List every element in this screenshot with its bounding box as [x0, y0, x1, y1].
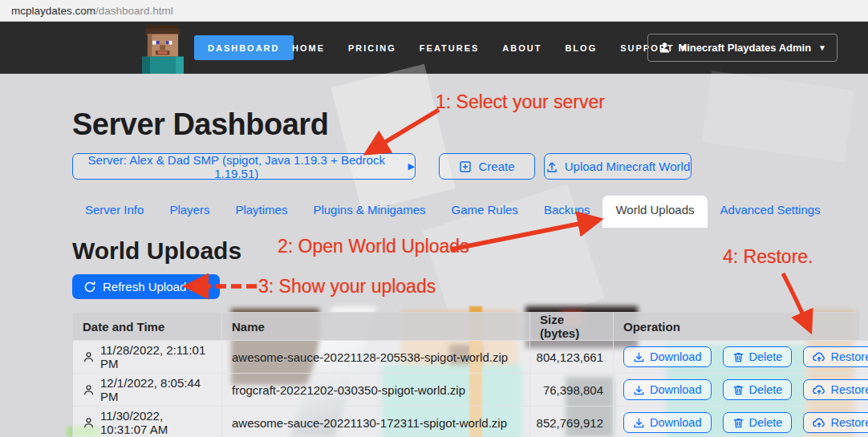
main-navbar: DASHBOARD HOME PRICING FEATURES ABOUT BL… [0, 22, 868, 74]
browser-url-bar[interactable]: mcplaydates.com/dashboard.html [0, 0, 868, 22]
cell-datetime: 12/1/2022, 8:05:44 PM [73, 374, 222, 407]
download-button-label: Download [650, 383, 702, 396]
page-title: Server Dashboard [72, 107, 328, 142]
server-select-label: Server: Alex & Dad SMP (spigot, Java 1.1… [73, 153, 400, 180]
col-header-name: Name [222, 313, 530, 341]
restore-button-label: Restore [830, 383, 868, 396]
annotation-step3: 3: Show your uploads [258, 276, 436, 297]
delete-button[interactable]: Delete [723, 412, 793, 433]
restore-button[interactable]: Restore [803, 412, 868, 433]
cloud-upload-icon [813, 350, 825, 363]
refresh-upload-list-button[interactable]: Refresh Upload List [72, 274, 220, 299]
trash-icon [732, 351, 744, 363]
annotation-step1: 1: Select your server [436, 91, 605, 113]
person-icon [83, 351, 95, 363]
cell-name: awesome-sauce-20221130-172311-spigot-wor… [222, 407, 530, 437]
nav-link-pricing[interactable]: PRICING [348, 43, 396, 53]
nav-link-about[interactable]: ABOUT [502, 43, 541, 53]
cell-size: 76,398,804 [530, 374, 614, 407]
tab-players[interactable]: Players [156, 196, 222, 226]
annotation-step4: 4: Restore. [723, 246, 813, 268]
upload-icon [546, 160, 558, 173]
cloud-upload-icon [813, 383, 825, 396]
col-header-size: Size (bytes) [530, 313, 614, 341]
arrow-step1 [371, 110, 439, 151]
tab-playtimes[interactable]: Playtimes [222, 196, 300, 226]
upload-datetime: 11/30/2022, 10:31:07 AM [100, 409, 212, 436]
delete-button-label: Delete [749, 383, 783, 396]
nav-link-features[interactable]: FEATURES [420, 43, 479, 53]
tab-advanced-settings[interactable]: Advanced Settings [708, 196, 834, 226]
delete-button-label: Delete [749, 416, 783, 429]
download-icon [633, 417, 645, 429]
table-row: 11/30/2022, 10:31:07 AM awesome-sauce-20… [73, 407, 859, 437]
cell-name: frogcraft-20221202-030350-spigot-world.z… [222, 374, 530, 407]
download-button[interactable]: Download [623, 379, 712, 400]
cell-size: 852,769,912 [530, 407, 614, 437]
url-path: /dashboard.html [95, 5, 173, 17]
nav-link-home[interactable]: HOME [292, 43, 325, 53]
url-domain: mcplaydates.com [11, 5, 95, 17]
person-icon [83, 384, 95, 396]
uploads-table: Date and Time Name Size (bytes) Operatio… [72, 312, 860, 437]
cell-operations: Download Delete Restore [614, 341, 868, 374]
server-select-button[interactable]: Server: Alex & Dad SMP (spigot, Java 1.1… [72, 153, 416, 180]
upload-datetime: 12/1/2022, 8:05:44 PM [100, 376, 212, 403]
tab-backups[interactable]: Backups [531, 196, 603, 226]
cloud-upload-icon [813, 416, 825, 429]
refresh-icon [83, 281, 96, 293]
chevron-down-icon: ▼ [818, 43, 826, 52]
download-button-label: Download [650, 416, 702, 429]
download-icon [633, 351, 645, 363]
upload-button-label: Upload Minecraft World [565, 160, 690, 173]
table-row: 11/28/2022, 2:11:01 PM awesome-sauce-202… [73, 341, 859, 374]
tab-server-info[interactable]: Server Info [72, 196, 156, 226]
upload-datetime: 11/28/2022, 2:11:01 PM [100, 343, 212, 370]
background-shape [331, 64, 455, 212]
page: mcplaydates.com/dashboard.html DASHBOARD… [0, 0, 868, 437]
tab-plugins-minigames[interactable]: Plugins & Minigames [300, 196, 438, 226]
cell-size: 804,123,661 [530, 341, 614, 374]
restore-button[interactable]: Restore [803, 346, 868, 367]
create-server-button[interactable]: Create [439, 153, 535, 180]
restore-button-label: Restore [830, 416, 868, 429]
upload-world-button[interactable]: Upload Minecraft World [544, 153, 692, 180]
background-shape [702, 71, 855, 162]
cell-datetime: 11/30/2022, 10:31:07 AM [73, 407, 222, 437]
dashboard-tabs: Server Info Players Playtimes Plugins & … [72, 196, 834, 228]
table-row: 12/1/2022, 8:05:44 PM frogcraft-20221202… [73, 374, 859, 407]
user-icon [659, 42, 671, 54]
col-header-datetime: Date and Time [73, 313, 222, 341]
chevron-right-icon: ▶ [408, 161, 415, 172]
cell-operations: Download Delete Restore [614, 407, 868, 437]
create-button-label: Create [478, 160, 514, 173]
restore-button[interactable]: Restore [803, 379, 868, 400]
trash-icon [732, 384, 744, 396]
nav-link-blog[interactable]: BLOG [565, 43, 597, 53]
steve-avatar-icon [138, 25, 188, 74]
tab-world-uploads[interactable]: World Uploads [602, 196, 707, 228]
plus-square-icon [459, 160, 472, 173]
annotation-step2: 2: Open World Uploads [278, 236, 469, 257]
admin-account-label: Minecraft Playdates Admin [678, 42, 811, 54]
col-header-operation: Operation [614, 313, 859, 341]
trash-icon [732, 417, 744, 429]
download-icon [633, 384, 645, 396]
cell-operations: Download Delete Restore [614, 374, 868, 407]
table-header-row: Date and Time Name Size (bytes) Operatio… [73, 313, 859, 341]
download-button[interactable]: Download [623, 346, 712, 367]
nav-links: HOME PRICING FEATURES ABOUT BLOG SUPPORT… [292, 22, 689, 74]
download-button[interactable]: Download [623, 412, 712, 433]
delete-button[interactable]: Delete [723, 346, 793, 367]
delete-button-label: Delete [749, 350, 783, 363]
admin-account-button[interactable]: Minecraft Playdates Admin ▼ [647, 34, 838, 62]
section-title: World Uploads [72, 237, 241, 265]
download-button-label: Download [650, 350, 702, 363]
cell-datetime: 11/28/2022, 2:11:01 PM [73, 341, 222, 374]
restore-button-label: Restore [830, 350, 868, 363]
nav-dashboard-button[interactable]: DASHBOARD [194, 35, 294, 60]
person-icon [83, 417, 95, 429]
cell-name: awesome-sauce-20221128-205538-spigot-wor… [222, 341, 530, 374]
delete-button[interactable]: Delete [723, 379, 793, 400]
tab-game-rules[interactable]: Game Rules [439, 196, 531, 226]
